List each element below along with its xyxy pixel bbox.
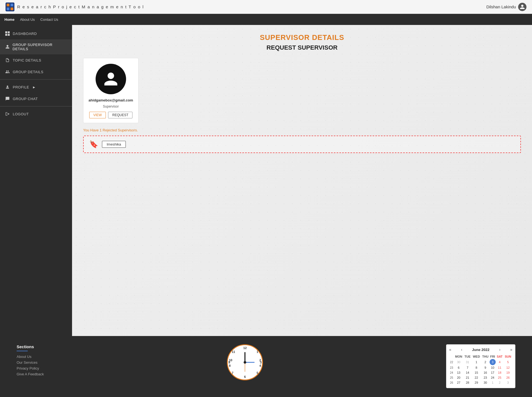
cal-day[interactable]: 3 (490, 359, 496, 365)
cal-day[interactable]: 29 (472, 380, 481, 385)
supervisor-email: ahidgamebox@gmail.com (89, 98, 133, 102)
cal-day[interactable]: 1 (472, 359, 481, 365)
user-section: Dilshan Lakindu (486, 3, 526, 11)
person-icon (5, 85, 10, 90)
sidebar-item-topic[interactable]: TOPIC DETAILS (0, 54, 72, 66)
chevron-right-icon: ▶ (33, 86, 35, 89)
footer-bottom-row: Follow Us Copyright 2022 © SLIIT-AF. All… (17, 394, 515, 397)
cal-first-button[interactable]: « (449, 347, 451, 352)
cal-day[interactable]: 25 (496, 375, 504, 380)
app-logo (6, 2, 14, 11)
chat-icon (5, 96, 10, 101)
sidebar-item-label: GROUP DETAILS (13, 70, 44, 74)
avatar[interactable] (518, 3, 526, 11)
cal-prev-button[interactable]: ‹ (461, 347, 462, 352)
content-area: SUPERVISOR DETAILS REQUEST SUPERVISOR ah… (72, 25, 532, 336)
cal-day[interactable]: 24 (490, 375, 496, 380)
cal-day[interactable]: 20 (454, 375, 463, 380)
cal-day[interactable]: 4 (496, 359, 504, 365)
cal-week-num: 25 (449, 375, 454, 380)
cal-day[interactable]: 27 (454, 380, 463, 385)
cal-day[interactable]: 1 (490, 380, 496, 385)
nav-bar: Home About Us Contact Us (0, 14, 532, 25)
cal-day[interactable]: 11 (496, 365, 504, 370)
footer-link-about[interactable]: About Us (17, 355, 44, 359)
cal-day[interactable]: 18 (496, 370, 504, 375)
cal-day[interactable]: 23 (481, 375, 490, 380)
sidebar-item-label: LOGOUT (13, 112, 29, 116)
svg-point-9 (7, 86, 8, 87)
stamp-icon: 🔖 (89, 140, 98, 149)
main-layout: DASHBOARD GROUP SUPERVISOR DETAILS TOPIC… (0, 25, 532, 336)
cal-title: June 2022 (472, 348, 490, 352)
cal-fri: FRI (490, 354, 496, 359)
request-button[interactable]: REQUEST (108, 112, 132, 118)
view-button[interactable]: VIEW (89, 112, 106, 118)
sidebar-item-label: PROFILE (13, 85, 29, 89)
file-icon (5, 58, 10, 63)
cal-day[interactable]: 28 (463, 380, 472, 385)
footer-link-feedback[interactable]: Give A Feedback (17, 372, 44, 376)
cal-next-button[interactable]: › (499, 347, 500, 352)
supervisor-avatar (96, 64, 126, 94)
cal-day[interactable]: 8 (472, 365, 481, 370)
cal-day[interactable]: 30 (481, 380, 490, 385)
calendar-widget: « ‹ June 2022 › » MON TUE WED THU FRI SA… (446, 344, 515, 388)
nav-contact[interactable]: Contact Us (40, 17, 58, 22)
avatar-icon (101, 69, 121, 89)
sidebar-item-group[interactable]: GROUP DETAILS (0, 66, 72, 78)
cal-last-button[interactable]: » (510, 347, 512, 352)
cal-day[interactable]: 30 (454, 359, 463, 365)
app-brand: R e s e a r c h P r o j e c t M a n a g … (6, 2, 144, 11)
app-title: R e s e a r c h P r o j e c t M a n a g … (17, 4, 144, 9)
cal-sun: SUN (504, 354, 512, 359)
sidebar-item-group-chat[interactable]: GROUP CHAT (0, 93, 72, 105)
cal-day[interactable]: 3 (504, 380, 512, 385)
cal-day[interactable]: 26 (504, 375, 512, 380)
svg-rect-7 (5, 34, 7, 36)
supervisor-role: Supervisor (103, 105, 119, 108)
footer-link-services[interactable]: Our Services (17, 360, 44, 365)
sidebar-item-group-supervisor[interactable]: GROUP SUPERVISOR DETAILS (0, 39, 72, 54)
cal-day[interactable]: 2 (496, 380, 504, 385)
cal-wn-header (449, 354, 454, 359)
calendar-table: MON TUE WED THU FRI SAT SUN 223031123452… (449, 354, 512, 385)
nav-home[interactable]: Home (4, 17, 14, 22)
cal-day[interactable]: 9 (481, 365, 490, 370)
cal-day[interactable]: 17 (490, 370, 496, 375)
supervisor-actions: VIEW REQUEST (89, 112, 133, 118)
cal-day[interactable]: 2 (481, 359, 490, 365)
cal-day[interactable]: 7 (463, 365, 472, 370)
cal-tue: TUE (463, 354, 472, 359)
cal-day[interactable]: 16 (481, 370, 490, 375)
cal-day[interactable]: 21 (463, 375, 472, 380)
clock-hands (228, 345, 262, 380)
footer-sections: Sections About Us Our Services Privacy P… (17, 344, 44, 378)
cal-day[interactable]: 13 (454, 370, 463, 375)
cal-week-num: 22 (449, 359, 454, 365)
supervisor-details-title: SUPERVISOR DETAILS (83, 33, 521, 42)
cal-day[interactable]: 15 (472, 370, 481, 375)
rejected-name: Imeshika (102, 141, 126, 148)
sidebar-item-dashboard[interactable]: DASHBOARD (0, 28, 72, 39)
cal-header: « ‹ June 2022 › » (449, 347, 512, 352)
svg-rect-6 (8, 31, 10, 33)
svg-rect-5 (5, 31, 7, 33)
sidebar-item-profile[interactable]: PROFILE ▶ (0, 81, 72, 93)
cal-day[interactable]: 31 (463, 359, 472, 365)
footer-link-privacy[interactable]: Privacy Policy (17, 366, 44, 370)
cal-day[interactable]: 22 (472, 375, 481, 380)
cal-day[interactable]: 19 (504, 370, 512, 375)
nav-about[interactable]: About Us (20, 17, 35, 22)
svg-rect-3 (7, 7, 9, 10)
cal-day[interactable]: 10 (490, 365, 496, 370)
rejected-message: You Have 1 Rejected Supervisors. (83, 128, 521, 132)
cal-week-num: 23 (449, 365, 454, 370)
cal-day[interactable]: 6 (454, 365, 463, 370)
cal-day[interactable]: 14 (463, 370, 472, 375)
cal-day[interactable]: 12 (504, 365, 512, 370)
sidebar-item-logout[interactable]: LOGOUT (0, 108, 72, 120)
clock-face: 12 1 2 3 4 5 6 7 8 9 10 11 (227, 344, 263, 380)
cal-day[interactable]: 5 (504, 359, 512, 365)
sidebar: DASHBOARD GROUP SUPERVISOR DETAILS TOPIC… (0, 25, 72, 336)
